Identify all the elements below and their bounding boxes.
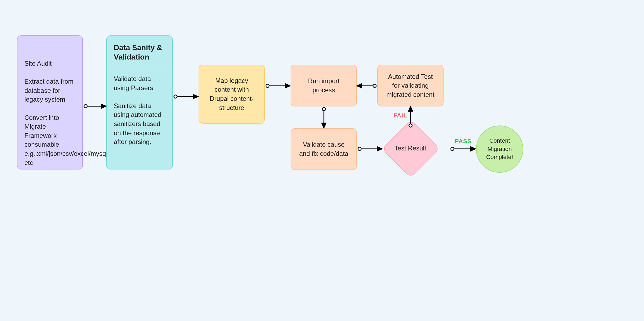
node-automated-test-text: Automated Test for validating migrated c… [385, 72, 436, 99]
flow-diagram: Site Audit Extract data from database fo… [0, 0, 644, 321]
node-end: Content Migration Complete! [476, 126, 523, 173]
svg-point-12 [409, 124, 412, 127]
node-end-text: Content Migration Complete! [477, 137, 523, 161]
svg-point-6 [373, 84, 376, 87]
node-validate-cause-text: Validate cause and fix code/data [298, 140, 349, 158]
node-validate-cause: Validate cause and fix code/data [291, 128, 357, 170]
arrow-n3-n4 [265, 83, 291, 88]
svg-point-14 [451, 147, 454, 150]
node-data-sanity-title: Data Sanity & Validation [114, 43, 165, 62]
node-site-audit-text: Site Audit Extract data from database fo… [24, 42, 75, 167]
arrow-n4-n5-left [357, 83, 377, 88]
arrow-n6-decision [357, 146, 383, 152]
svg-point-2 [174, 95, 177, 98]
node-run-import-text: Run import process [298, 76, 349, 94]
node-run-import: Run import process [291, 65, 357, 106]
node-automated-test: Automated Test for validating migrated c… [377, 65, 444, 106]
arrow-decision-pass [450, 146, 476, 152]
arrow-decision-fail [408, 106, 413, 128]
arrow-n1-n2 [83, 104, 106, 109]
node-map-legacy: Map legacy content with Drupal content-s… [199, 65, 265, 124]
node-site-audit: Site Audit Extract data from database fo… [17, 35, 83, 169]
svg-point-0 [84, 105, 87, 108]
node-map-legacy-text: Map legacy content with Drupal content-s… [206, 76, 257, 112]
arrow-n4-n6 [321, 106, 327, 128]
node-data-sanity-body: Validate data using Parsers Sanitize dat… [107, 67, 172, 153]
arrow-n2-n3 [173, 94, 199, 99]
svg-point-10 [358, 147, 361, 150]
edge-label-fail: FAIL [393, 112, 407, 119]
edge-label-pass: PASS [455, 138, 471, 145]
svg-point-4 [266, 84, 269, 87]
svg-point-8 [322, 108, 325, 111]
node-decision-text: Test Result [393, 145, 427, 152]
node-data-sanity: Data Sanity & Validation Validate data u… [106, 35, 173, 169]
